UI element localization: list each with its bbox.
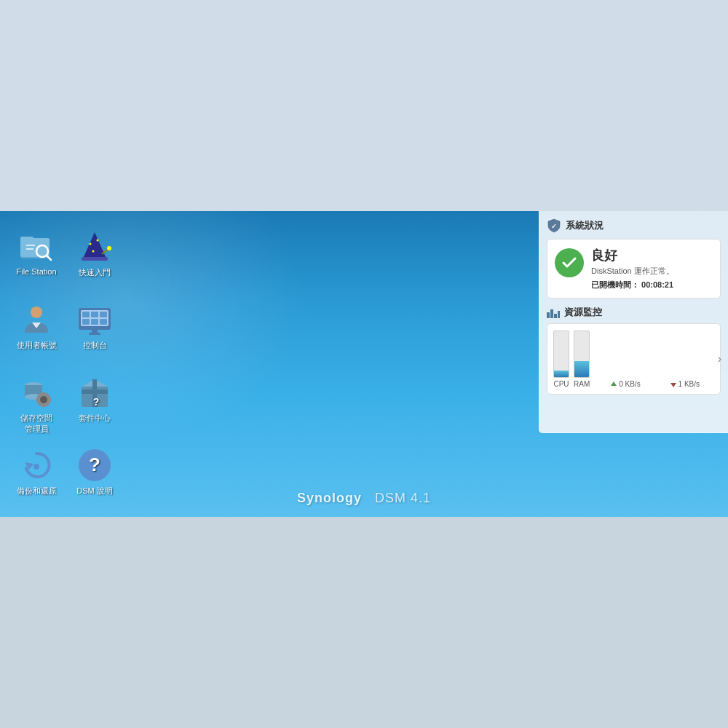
svg-point-9: [90, 243, 92, 245]
shield-icon: ✓: [547, 218, 561, 233]
svg-rect-18: [91, 312, 98, 317]
ram-label: RAM: [574, 380, 590, 388]
svg-point-40: [33, 464, 39, 470]
svg-point-13: [107, 246, 111, 250]
svg-rect-17: [82, 312, 90, 317]
icon-dsm-help[interactable]: ? DSM 說明: [66, 444, 124, 517]
ram-bar-track: [574, 331, 590, 378]
upload-stat: 0 KB/s: [610, 380, 640, 388]
synology-brand: Synology DSM 4.1: [297, 491, 431, 506]
resource-box: CPU RAM 100 80 60 40: [547, 323, 721, 395]
svg-rect-8: [82, 257, 108, 261]
svg-rect-49: [547, 312, 550, 318]
svg-rect-30: [42, 392, 45, 395]
svg-rect-23: [92, 330, 98, 333]
svg-rect-51: [554, 314, 557, 318]
svg-marker-55: [670, 383, 676, 387]
download-stat: 1 KB/s: [670, 380, 700, 388]
desktop-icons: File Station 快速入門: [7, 226, 124, 517]
svg-rect-31: [42, 404, 45, 407]
chevron-right-button[interactable]: ›: [718, 352, 721, 365]
svg-rect-21: [91, 319, 98, 325]
icon-storage-manager[interactable]: 儲存空間 管理員: [7, 371, 66, 444]
svg-marker-54: [611, 381, 617, 386]
icon-control-panel[interactable]: 控制台: [66, 298, 124, 371]
resource-header: 資源監控: [547, 306, 721, 319]
cpu-ram-bars: CPU RAM: [553, 330, 590, 388]
svg-rect-32: [36, 398, 39, 401]
cpu-bar-container: CPU: [553, 331, 569, 388]
cpu-label: CPU: [553, 380, 569, 388]
network-stats: 0 KB/s 1 KB/s: [596, 380, 714, 388]
status-good-label: 良好: [591, 247, 713, 264]
svg-point-14: [31, 306, 42, 318]
upper-area: [0, 0, 728, 211]
svg-rect-20: [82, 319, 90, 325]
svg-rect-2: [20, 238, 50, 257]
check-circle: [555, 248, 584, 277]
desktop: File Station 快速入門: [0, 211, 728, 517]
svg-rect-37: [82, 389, 108, 394]
icon-user-account[interactable]: 使用者帳號: [7, 298, 66, 371]
svg-marker-7: [83, 232, 106, 258]
icon-quick-start[interactable]: 快速入門: [66, 226, 124, 298]
svg-rect-22: [100, 319, 107, 325]
svg-point-29: [40, 396, 47, 403]
svg-rect-33: [48, 398, 51, 401]
icon-package-center[interactable]: ? 套件中心: [66, 371, 124, 444]
status-good-box: 良好 DiskStation 運作正常。 已開機時間： 00:08:21: [547, 239, 721, 298]
system-status-header: ✓ 系統狀況: [547, 218, 721, 233]
cpu-bar-track: [553, 331, 569, 378]
bar-chart-icon: [547, 306, 560, 318]
cpu-bar-fill: [554, 371, 569, 377]
svg-point-10: [97, 240, 99, 242]
ram-bar-fill: [574, 361, 589, 377]
icon-file-station[interactable]: File Station: [7, 226, 66, 298]
lower-area: [0, 517, 728, 728]
svg-rect-50: [550, 309, 553, 318]
status-panel: ✓ 系統狀況 良好 DiskStation 運作正常。 已開機時間： 00:08…: [539, 211, 728, 433]
svg-text:✓: ✓: [551, 223, 557, 230]
svg-text:?: ?: [89, 454, 100, 475]
ram-bar-container: RAM: [574, 331, 590, 388]
svg-rect-52: [558, 311, 560, 318]
status-uptime: 已開機時間： 00:08:21: [591, 280, 713, 290]
svg-rect-19: [100, 312, 107, 317]
svg-point-11: [92, 250, 95, 253]
svg-rect-24: [89, 333, 100, 335]
icon-backup-restore[interactable]: 備份和還原: [7, 444, 66, 517]
status-desc: DiskStation 運作正常。: [591, 266, 713, 277]
svg-text:?: ?: [93, 396, 100, 408]
